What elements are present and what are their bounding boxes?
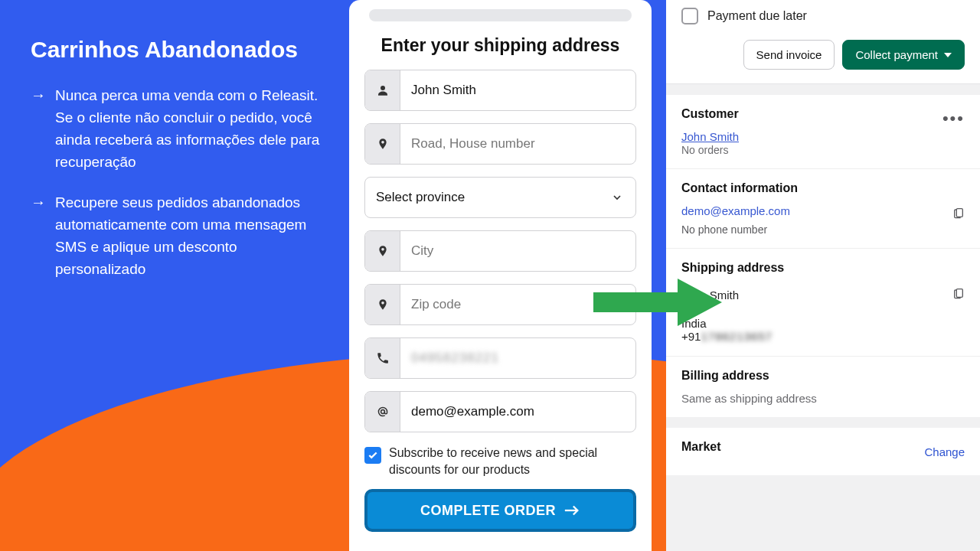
location-icon — [365, 285, 400, 324]
payment-due-row: Payment due later — [666, 0, 980, 31]
customer-name-link[interactable]: John Smith — [681, 130, 739, 143]
form-heading: Enter your shipping address — [364, 35, 636, 56]
payment-due-label: Payment due later — [707, 9, 807, 23]
marketing-title: Carrinhos Abandonados — [31, 37, 329, 63]
cta-label: COMPLETE ORDER — [420, 503, 556, 519]
location-icon — [365, 124, 400, 164]
customer-heading: Customer — [681, 107, 739, 121]
at-icon — [365, 392, 400, 432]
contact-heading: Contact information — [681, 181, 965, 195]
billing-text: Same as shipping address — [681, 392, 965, 405]
callout-arrow-icon — [593, 276, 724, 329]
shipping-phone-prefix: +91 — [681, 330, 701, 343]
chevron-down-icon — [611, 191, 623, 204]
market-heading: Market — [681, 440, 721, 454]
subscribe-label: Subscribe to receive news and special di… — [389, 445, 636, 478]
payment-buttons: Send invoice Collect payment — [666, 31, 980, 84]
shipping-phone: 1786213657 — [701, 330, 772, 343]
collect-payment-button[interactable]: Collect payment — [842, 40, 965, 70]
svg-rect-5 — [956, 289, 962, 297]
caret-down-icon — [944, 51, 952, 59]
phone-input[interactable] — [400, 338, 635, 378]
clipboard-icon[interactable] — [952, 206, 965, 220]
svg-marker-3 — [944, 53, 952, 57]
send-invoice-button[interactable]: Send invoice — [743, 40, 835, 70]
address-field-group — [364, 123, 636, 165]
billing-section: Billing address Same as shipping address — [666, 356, 980, 417]
phone-field-group — [364, 337, 636, 379]
contact-email[interactable]: demo@example.com — [681, 204, 790, 217]
arrow-right-icon — [564, 504, 580, 517]
customer-section: Customer ••• John Smith No orders — [666, 95, 980, 168]
address-input[interactable] — [400, 124, 635, 164]
clipboard-icon[interactable] — [952, 286, 965, 300]
phone-icon — [365, 338, 400, 378]
change-link[interactable]: Change — [924, 445, 965, 458]
name-input[interactable] — [400, 70, 635, 110]
complete-order-button[interactable]: COMPLETE ORDER — [364, 489, 636, 532]
province-select[interactable]: Select province — [364, 177, 636, 218]
no-phone-label: No phone number — [681, 223, 965, 236]
payment-due-checkbox[interactable] — [681, 8, 698, 24]
city-field-group — [364, 230, 636, 272]
bullet-item: → Recupere seus pedidos abandonados auto… — [31, 191, 329, 280]
shipping-country: India — [681, 317, 965, 330]
email-field-group — [364, 391, 636, 432]
svg-point-0 — [381, 86, 385, 90]
subscribe-row: Subscribe to receive news and special di… — [364, 445, 636, 478]
billing-heading: Billing address — [681, 369, 965, 383]
more-menu-icon[interactable]: ••• — [942, 109, 965, 129]
arrow-right-icon: → — [31, 191, 46, 280]
city-input[interactable] — [400, 231, 635, 271]
shipping-heading: Shipping address — [681, 261, 965, 275]
name-field-group — [364, 70, 636, 111]
svg-rect-4 — [956, 208, 962, 217]
location-icon — [365, 231, 400, 271]
arrow-right-icon: → — [31, 84, 46, 173]
drag-handle — [369, 9, 632, 21]
province-label: Select province — [376, 190, 465, 205]
contact-section: Contact information demo@example.com No … — [666, 168, 980, 248]
bullet-text: Nunca perca uma venda com o Releasit. Se… — [55, 84, 329, 173]
bullet-text: Recupere seus pedidos abandonados automa… — [55, 191, 329, 280]
marketing-panel: Carrinhos Abandonados → Nunca perca uma … — [31, 37, 329, 298]
svg-marker-6 — [593, 279, 722, 326]
market-section: Market Change — [666, 428, 980, 475]
customer-orders: No orders — [681, 144, 965, 156]
subscribe-checkbox[interactable] — [364, 447, 381, 464]
person-icon — [365, 70, 400, 110]
email-input[interactable] — [400, 392, 635, 432]
bullet-item: → Nunca perca uma venda com o Releasit. … — [31, 84, 329, 173]
